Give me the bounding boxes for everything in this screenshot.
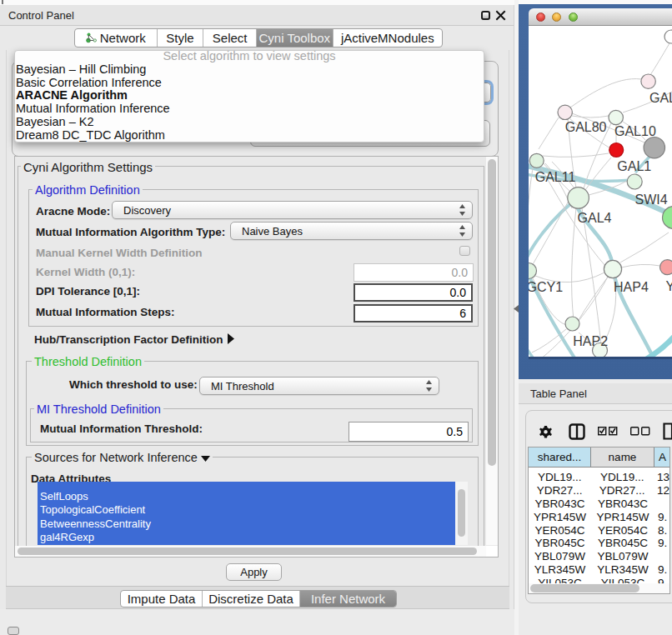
svg-text:HAP4: HAP4 (614, 280, 649, 294)
svg-text:SWI4: SWI4 (635, 192, 668, 207)
svg-text:GAL4: GAL4 (578, 211, 612, 225)
svg-text:GAL1: GAL1 (617, 159, 651, 173)
svg-text:GCY1: GCY1 (529, 280, 563, 294)
svg-text:Y: Y (666, 279, 672, 293)
svg-text:GAL: GAL (649, 91, 672, 105)
svg-text:GAL10: GAL10 (614, 124, 656, 138)
svg-text:GAL11: GAL11 (535, 170, 576, 184)
svg-text:HAP2: HAP2 (573, 334, 608, 348)
svg-text:GAL80: GAL80 (565, 120, 607, 134)
